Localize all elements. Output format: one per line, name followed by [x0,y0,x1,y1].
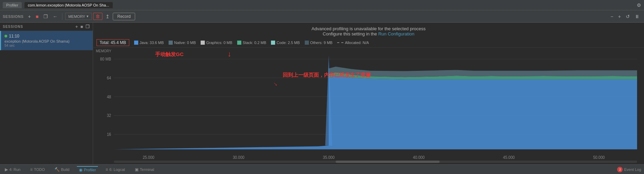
session-copy-icon[interactable]: ❐ [85,24,90,29]
profiler-tab-label: Profiler [84,168,96,172]
allocated-dashed-icon [337,42,343,43]
pause-button[interactable]: ⏸ [633,13,641,20]
svg-text:30.000: 30.000 [233,155,244,159]
code-legend-label: Code: 2.5 MB [276,41,300,45]
code-legend-dot [271,41,275,45]
back-button[interactable]: ← [51,13,59,20]
toolbar: SESSIONS + ■ ❐ ← MEMORY ▾ 🗑 ↥ Record − +… [0,10,644,23]
java-legend: Java: 33.6 MB [134,41,164,45]
legend-bar: Total: 45.4 MB Java: 33.6 MB Native: 0 M… [93,38,644,48]
logcat-icon: ≡ [105,167,108,172]
svg-text:45.000: 45.000 [503,155,515,159]
copy-button[interactable]: ❐ [42,13,50,20]
others-legend: Others: 9 MB [305,41,333,45]
session-item[interactable]: 11:10 exception (Motorola AOSP On Shama)… [0,31,93,50]
configure-text: Configure this setting in the [323,31,377,36]
chart-panel: Advanced profiling is unavailable for th… [93,23,644,164]
todo-tab[interactable]: ≡ TODO [28,166,47,173]
memory-dropdown[interactable]: MEMORY ▾ [65,13,92,20]
sessions-panel: SESSIONS + ■ ❐ 11:10 exception (Motorola… [0,23,93,164]
chart-notice: Advanced profiling is unavailable for th… [93,23,644,38]
session-time: 11:10 [4,34,89,39]
settings-icon[interactable]: ⚙ [637,2,641,8]
graphics-legend: Graphics: 0 MB [201,41,232,45]
notice-text: Advanced profiling is unavailable for th… [312,26,426,31]
zoom-controls: − + ↺ ⏸ [609,13,641,20]
total-memory-box: Total: 45.4 MB [97,39,129,46]
terminal-tab-label: Terminal [140,167,154,172]
memory-chart-svg: 80 MB 64 48 32 16 25.000 30.000 35.000 4… [93,48,644,164]
sessions-label: SESSIONS [3,14,23,19]
svg-text:25.000: 25.000 [143,155,154,159]
build-icon: 🔨 [54,167,60,172]
event-log-label: Event Log [624,167,641,172]
zoom-reset-button[interactable]: ↺ [624,13,632,20]
sessions-title: SESSIONS [3,25,23,29]
zoom-out-button[interactable]: − [609,13,615,20]
logcat-tab-label: 6: Logcat [109,167,125,172]
chart-area[interactable]: MEMORY 80 MB 64 48 32 16 [93,48,644,164]
allocated-label: Allocated: N/A [345,41,369,45]
native-legend: Native: 0 MB [169,41,196,45]
dropdown-icon: ▾ [87,14,89,19]
terminal-tab[interactable]: ▣ Terminal [133,166,157,173]
stack-legend: Stack: 0.2 MB [237,41,266,45]
status-bar: ▶ 4: Run ≡ TODO 🔨 Build ◉ Profiler ≡ 6: … [0,164,644,174]
profiler-tab-bottom[interactable]: ◉ Profiler [77,166,98,173]
sessions-header: SESSIONS + ■ ❐ [0,23,93,31]
main-content: SESSIONS + ■ ❐ 11:10 exception (Motorola… [0,23,644,164]
build-tab-label: Build [61,167,69,172]
java-legend-dot [134,41,138,45]
run-tab[interactable]: ▶ 4: Run [3,166,22,173]
java-legend-label: Java: 33.6 MB [140,41,164,45]
zoom-in-button[interactable]: + [616,13,623,20]
session-time-value: 11:10 [9,34,19,39]
terminal-icon: ▣ [135,167,139,172]
native-legend-label: Native: 0 MB [174,41,196,45]
profiler-icon: ◉ [79,167,82,172]
others-legend-dot [305,41,309,45]
svg-text:40.000: 40.000 [413,155,425,159]
session-stop-icon[interactable]: ■ [80,24,83,29]
trash-button[interactable]: 🗑 [93,13,102,20]
allocated-legend: Allocated: N/A [337,41,369,45]
title-bar: Profiler com.lemon.exception (Motorola A… [0,0,644,10]
profiler-tab[interactable]: Profiler [3,2,22,8]
run-configuration-link[interactable]: Run Configuration [378,31,414,36]
memory-y-label: MEMORY [96,49,111,53]
native-legend-dot [169,41,173,45]
logcat-tab[interactable]: ≡ 6: Logcat [103,166,127,173]
svg-text:50.000: 50.000 [593,155,605,159]
run-icon: ▶ [5,167,8,172]
code-legend: Code: 2.5 MB [271,41,300,45]
svg-rect-22 [336,161,440,163]
build-tab[interactable]: 🔨 Build [52,166,71,173]
others-legend-label: Others: 9 MB [310,41,333,45]
session-actions: + ■ ❐ [76,24,90,29]
record-button[interactable]: Record [113,13,135,20]
add-session-button[interactable]: + [26,13,32,20]
stop-button[interactable]: ■ [34,13,40,20]
export-button[interactable]: ↥ [104,13,111,20]
graphics-legend-dot [201,41,205,45]
process-tab[interactable]: com.lemon.exception (Motorola AOSP On Sh… [24,2,113,8]
memory-label: MEMORY [68,14,85,19]
divider [62,13,62,20]
session-active-indicator [4,35,7,37]
todo-tab-label: TODO [34,167,45,172]
svg-text:35.000: 35.000 [323,155,335,159]
todo-icon: ≡ [30,167,32,172]
stack-legend-dot [237,41,241,45]
stack-legend-label: Stack: 0.2 MB [243,41,266,45]
session-duration: 54 sec [4,44,89,47]
event-log-badge: 2 [617,167,623,172]
graphics-legend-label: Graphics: 0 MB [206,41,232,45]
run-tab-label: 4: Run [9,167,20,172]
event-log[interactable]: 2 Event Log [617,167,641,172]
session-name: exception (Motorola AOSP On Shama) [4,39,89,43]
session-add-icon[interactable]: + [76,24,79,29]
